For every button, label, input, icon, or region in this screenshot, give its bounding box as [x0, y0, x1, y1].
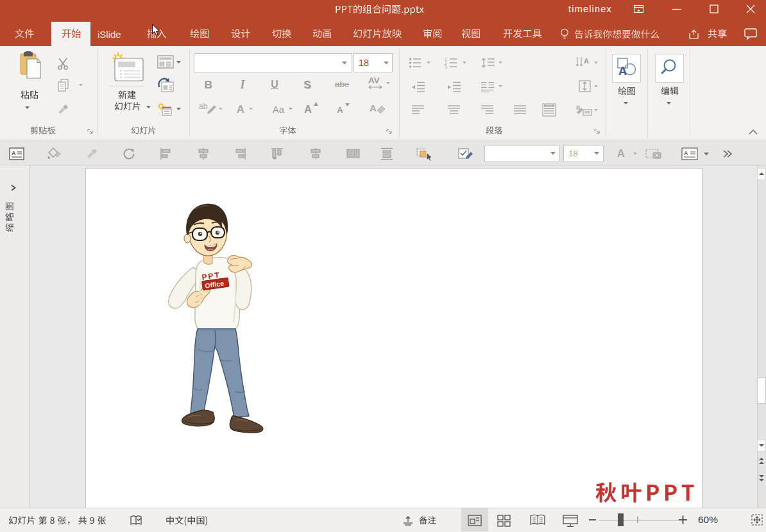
svg-text:ab: ab — [199, 102, 208, 111]
svg-text:A: A — [684, 150, 688, 156]
svg-text:3: 3 — [445, 65, 447, 69]
svg-text:A: A — [618, 65, 627, 78]
svg-text:A: A — [584, 57, 589, 65]
svg-text:A: A — [370, 103, 377, 113]
svg-text:AV: AV — [368, 76, 380, 85]
svg-text:A: A — [12, 150, 16, 156]
